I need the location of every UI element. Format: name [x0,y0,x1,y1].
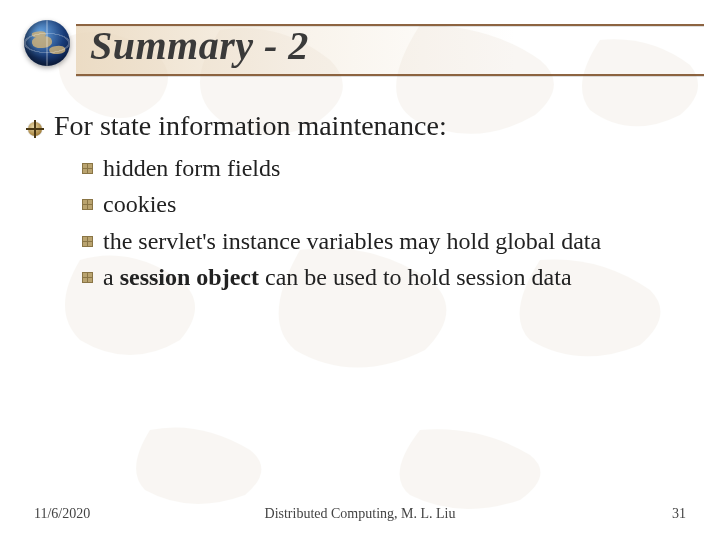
slide-header: Summary - 2 [0,8,720,88]
slide-title: Summary - 2 [90,22,309,69]
footer-center: Distributed Computing, M. L. Liu [0,506,720,522]
title-rule-bot [76,74,704,76]
square-bullet-icon [82,163,93,174]
list-item: cookies [82,188,700,220]
footer-page-number: 31 [672,506,686,522]
list-item-text: the servlet's instance variables may hol… [103,225,601,257]
bullet-level1-text: For state information maintenance: [54,110,447,142]
list-item-text: hidden form fields [103,152,280,184]
square-bullet-icon [82,199,93,210]
compass-bullet-icon [26,120,44,138]
square-bullet-icon [82,272,93,283]
slide-footer: 11/6/2020 Distributed Computing, M. L. L… [0,506,720,526]
square-bullet-icon [82,236,93,247]
globe-icon [24,20,70,66]
list-item: hidden form fields [82,152,700,184]
list-item-text: cookies [103,188,176,220]
list-item: a session object can be used to hold ses… [82,261,700,293]
slide: Summary - 2 For state information mainte… [0,0,720,540]
bullet-level1: For state information maintenance: [26,110,700,142]
slide-body: For state information maintenance: hidde… [26,110,700,298]
bullet-level2-list: hidden form fields cookies the servlet's… [82,152,700,294]
list-item: the servlet's instance variables may hol… [82,225,700,257]
list-item-text: a session object can be used to hold ses… [103,261,572,293]
